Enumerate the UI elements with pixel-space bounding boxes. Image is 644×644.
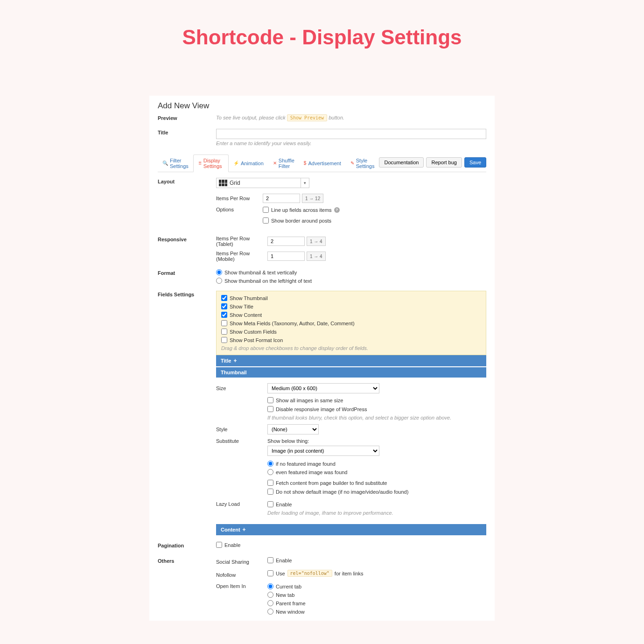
fields-settings-row: Fields Settings Show Thumbnail Show Titl… xyxy=(158,291,486,535)
tab-style-settings[interactable]: ✎ Style Settings xyxy=(346,154,379,172)
layout-label: Layout xyxy=(158,178,216,230)
lineup-label: Line up fields across items xyxy=(271,207,332,213)
plus-icon: + xyxy=(243,526,246,533)
responsive-label: Responsive xyxy=(158,236,216,266)
content-band-label: Content xyxy=(221,527,240,532)
nofollow-prefix: Use xyxy=(276,571,285,576)
show-meta-label: Show Meta Fields (Taxonomy, Author, Date… xyxy=(230,321,355,326)
lazy-enable-checkbox[interactable] xyxy=(267,501,273,507)
disable-responsive-checkbox[interactable] xyxy=(267,406,273,412)
nofollow-code: rel="nofollow" xyxy=(287,570,332,577)
title-row: Title Enter a name to identify your view… xyxy=(158,129,486,146)
title-band[interactable]: Title + xyxy=(216,355,486,366)
disable-responsive-hint: If thumbnail looks blurry, check this op… xyxy=(267,415,451,420)
size-select[interactable]: Medium (600 x 600) xyxy=(267,383,379,393)
format-vertical-label: Show thumbnail & text vertically xyxy=(224,270,297,275)
show-format-icon-label: Show Post Format Icon xyxy=(230,337,283,343)
items-per-row-input[interactable] xyxy=(263,194,300,203)
tab-animation[interactable]: ⚡ Animation xyxy=(229,154,268,172)
sub-even-radio[interactable] xyxy=(267,469,273,475)
show-custom-checkbox[interactable] xyxy=(221,329,227,335)
fetch-builder-checkbox[interactable] xyxy=(267,480,273,486)
title-input[interactable] xyxy=(216,129,486,139)
show-meta-checkbox[interactable] xyxy=(221,320,227,326)
pagination-enable-checkbox[interactable] xyxy=(216,542,222,548)
no-default-checkbox[interactable] xyxy=(267,489,273,495)
social-enable-label: Enable xyxy=(276,558,292,563)
show-content-checkbox[interactable] xyxy=(221,312,227,318)
plus-icon: + xyxy=(233,357,237,364)
open-new-window-label: New window xyxy=(276,609,305,615)
tab-label: Style Settings xyxy=(356,158,375,169)
tablet-input[interactable] xyxy=(267,237,305,246)
format-side-label: Show thumbnail on the left/right of text xyxy=(224,278,312,284)
social-enable-checkbox[interactable] xyxy=(267,557,273,563)
open-current-radio[interactable] xyxy=(267,583,273,589)
layout-row: Layout Grid ▾ Items Per Row 1 → 12 Optio… xyxy=(158,178,486,230)
format-vertical-radio[interactable] xyxy=(216,269,222,275)
format-label: Format xyxy=(158,269,216,286)
dollar-icon: $ xyxy=(304,161,307,166)
title-hint: Enter a name to identify your views easi… xyxy=(216,140,486,146)
show-custom-label: Show Custom Fields xyxy=(230,329,277,335)
save-button[interactable]: Save xyxy=(464,157,486,168)
format-side-radio[interactable] xyxy=(216,278,222,284)
others-label: Others xyxy=(158,557,216,621)
tab-display-settings[interactable]: ⠿ Display Settings xyxy=(193,154,229,172)
tab-label: Display Settings xyxy=(203,158,224,169)
preview-hint-suffix: button. xyxy=(329,115,344,120)
sub-even-label: even featured image was found xyxy=(276,469,348,475)
fields-hint: Drag & drop above checkboxes to change d… xyxy=(221,345,481,351)
style-select[interactable]: (None) xyxy=(267,424,319,434)
substitute-select[interactable]: Image (in post content) xyxy=(267,446,379,456)
title-label: Title xyxy=(158,129,216,146)
nofollow-checkbox[interactable] xyxy=(267,570,273,576)
items-per-row-label: Items Per Row xyxy=(216,196,263,201)
grid-layout-icon xyxy=(219,180,227,186)
open-new-window-radio[interactable] xyxy=(267,609,273,615)
tab-shuffle-filter[interactable]: ✕ Shuffle Filter xyxy=(268,154,299,172)
items-per-row-range: 1 → 12 xyxy=(302,194,323,203)
fields-box: Show Thumbnail Show Title Show Content S… xyxy=(216,291,486,355)
mobile-input[interactable] xyxy=(267,252,305,261)
open-new-tab-label: New tab xyxy=(276,592,294,598)
thumbnail-band[interactable]: Thumbnail xyxy=(216,367,486,378)
layout-selected-label: Grid xyxy=(230,180,301,186)
nofollow-suffix: for item links xyxy=(335,571,364,576)
chevron-down-icon: ▾ xyxy=(301,178,309,188)
open-new-tab-radio[interactable] xyxy=(267,592,273,598)
others-row: Others Social Sharing Enable Nofollow Us… xyxy=(158,557,486,621)
tab-label: Shuffle Filter xyxy=(279,158,294,169)
fetch-builder-label: Fetch content from page builder to find … xyxy=(276,480,387,486)
tab-filter-settings[interactable]: 🔍 Filter Settings xyxy=(158,154,193,172)
tab-label: Filter Settings xyxy=(170,158,189,169)
documentation-button[interactable]: Documentation xyxy=(379,157,424,168)
open-parent-radio[interactable] xyxy=(267,600,273,606)
pagination-row: Pagination Enable xyxy=(158,542,486,551)
layout-dropdown[interactable]: Grid ▾ xyxy=(216,178,309,188)
disable-responsive-label: Disable responsive image of WordPress xyxy=(276,406,367,412)
show-title-checkbox[interactable] xyxy=(221,303,227,309)
report-bug-button[interactable]: Report bug xyxy=(426,157,462,168)
show-thumbnail-checkbox[interactable] xyxy=(221,295,227,301)
border-checkbox[interactable] xyxy=(263,217,269,224)
tabs-row: 🔍 Filter Settings ⠿ Display Settings ⚡ A… xyxy=(158,154,486,172)
format-row: Format Show thumbnail & text vertically … xyxy=(158,269,486,286)
same-size-label: Show all images in same size xyxy=(276,398,343,403)
tab-advertisement[interactable]: $ Advertisement xyxy=(299,154,346,172)
info-icon[interactable]: ? xyxy=(334,207,340,213)
sub-no-featured-label: if no featured image found xyxy=(276,461,336,467)
content-band[interactable]: Content + xyxy=(216,524,486,535)
fields-settings-label: Fields Settings xyxy=(158,291,216,535)
tablet-label: Items Per Row (Tablet) xyxy=(216,236,267,247)
lazy-hint: Defer loading of image, iframe to improv… xyxy=(267,510,393,516)
show-format-icon-checkbox[interactable] xyxy=(221,337,227,343)
title-band-label: Title xyxy=(221,358,231,364)
responsive-row: Responsive Items Per Row (Tablet) 1 → 4 … xyxy=(158,236,486,266)
show-content-label: Show Content xyxy=(230,312,262,318)
show-thumbnail-label: Show Thumbnail xyxy=(230,295,268,301)
sub-no-featured-radio[interactable] xyxy=(267,461,273,467)
same-size-checkbox[interactable] xyxy=(267,397,273,403)
lineup-checkbox[interactable] xyxy=(263,207,269,213)
tab-label: Animation xyxy=(241,161,264,166)
